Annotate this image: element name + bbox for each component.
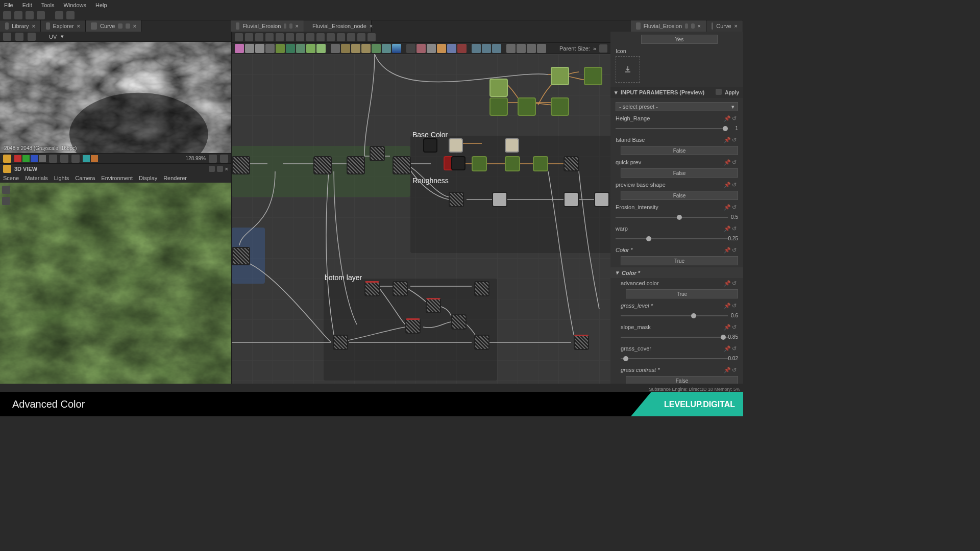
menu-help[interactable]: Help: [95, 2, 107, 8]
pin-icon[interactable]: 📌: [724, 324, 730, 330]
reset-icon[interactable]: ↺: [732, 367, 738, 373]
swatch-grid[interactable]: [39, 155, 46, 162]
atomic-misc2[interactable]: [517, 44, 526, 53]
param-yes[interactable]: Yes: [641, 35, 718, 44]
close-icon[interactable]: ×: [698, 23, 701, 29]
atomic-uniform[interactable]: [416, 44, 426, 53]
3d-menu-lights[interactable]: Lights: [54, 175, 69, 181]
tab-library[interactable]: Library ×: [0, 20, 41, 32]
graph-node[interactable]: [564, 192, 579, 207]
atomic-font[interactable]: [427, 44, 436, 53]
color-subsection[interactable]: ▾ Color *: [610, 267, 743, 278]
copy-icon[interactable]: [15, 33, 23, 41]
close-icon[interactable]: ×: [77, 23, 80, 29]
graph-node[interactable]: [393, 156, 411, 174]
lock-icon[interactable]: [220, 155, 228, 163]
graph-node[interactable]: [232, 156, 250, 174]
atomic-gradient[interactable]: [286, 44, 295, 53]
undo-icon[interactable]: [55, 11, 63, 19]
reset-icon[interactable]: ↺: [732, 159, 738, 165]
graph-node[interactable]: [426, 298, 441, 313]
param-grass-contrast-toggle[interactable]: False: [626, 376, 738, 384]
param-grass-cover-slider[interactable]: 0.02: [621, 355, 738, 363]
popout-icon[interactable]: [217, 166, 223, 172]
atomic-shape[interactable]: [382, 44, 391, 53]
graph-node[interactable]: [492, 192, 507, 207]
search-icon[interactable]: [276, 33, 284, 41]
swatch-orange[interactable]: [91, 155, 98, 162]
info-icon[interactable]: [265, 33, 274, 41]
param-slope-mask-slider[interactable]: 0.85: [621, 333, 738, 341]
expand-icon[interactable]: »: [593, 45, 596, 52]
tab-graph-node[interactable]: Fluvial_Erosion_node ×: [304, 20, 372, 32]
graph-node[interactable]: [489, 79, 508, 97]
graph-node[interactable]: [449, 192, 464, 207]
close-icon[interactable]: ×: [370, 23, 373, 29]
properties-panel[interactable]: Yes Icon ▾ INPUT PARAMETERS (Preview) Ap…: [610, 32, 743, 384]
atomic-tile[interactable]: [341, 44, 350, 53]
graph-node[interactable]: [551, 67, 569, 85]
param-warp-slider[interactable]: 0.25: [616, 235, 738, 243]
close-icon[interactable]: ×: [734, 23, 738, 29]
atomic-svg[interactable]: [245, 44, 254, 53]
atomic-comment[interactable]: [492, 44, 501, 53]
param-island-base-toggle[interactable]: False: [621, 146, 738, 155]
tab-explorer[interactable]: Explorer ×: [41, 20, 86, 32]
param-advanced-color-toggle[interactable]: True: [626, 289, 738, 298]
pointer-icon[interactable]: [235, 33, 243, 41]
graph-node[interactable]: [451, 314, 467, 330]
link-icon[interactable]: [316, 33, 325, 41]
open-icon[interactable]: [14, 11, 22, 19]
3d-menu-display[interactable]: Display: [139, 175, 157, 181]
atomic-levels[interactable]: [296, 44, 305, 53]
graph-canvas[interactable]: Base Color Roughness botom layer: [232, 54, 610, 384]
pin-icon[interactable]: 📌: [724, 182, 730, 188]
atomic-curve[interactable]: [276, 44, 285, 53]
menu-edit[interactable]: Edit: [22, 2, 32, 8]
atomic-blend[interactable]: [306, 44, 315, 53]
3d-menu-scene[interactable]: Scene: [3, 175, 19, 181]
atomic-bitmap[interactable]: [235, 44, 244, 53]
graph-node[interactable]: [518, 97, 536, 116]
atomic-circle[interactable]: [372, 44, 381, 53]
2d-canvas[interactable]: 2048 x 2048 (Grayscale, 16bpc): [0, 42, 231, 153]
reset-icon[interactable]: ↺: [732, 345, 738, 352]
atomic-pattern[interactable]: [351, 44, 360, 53]
light-icon[interactable]: [2, 197, 10, 205]
pin-icon[interactable]: 📌: [724, 226, 730, 232]
close-icon[interactable]: ×: [225, 166, 228, 172]
atomic-scratch[interactable]: [361, 44, 371, 53]
frame-icon[interactable]: [306, 33, 314, 41]
graph-node[interactable]: [564, 156, 579, 171]
preset-select[interactable]: - select preset -▾: [616, 102, 738, 111]
redo-icon[interactable]: [66, 11, 75, 19]
3d-menu-environment[interactable]: Environment: [101, 175, 133, 181]
atomic-shuffle[interactable]: [265, 44, 275, 53]
pin-icon[interactable]: [118, 23, 122, 29]
pin-icon[interactable]: 📌: [724, 137, 730, 143]
reset-icon[interactable]: ↺: [732, 324, 738, 330]
reset-icon[interactable]: ↺: [732, 115, 738, 121]
menu-windows[interactable]: Windows: [63, 2, 86, 8]
histogram-icon[interactable]: [49, 155, 57, 163]
close-icon[interactable]: ×: [133, 23, 136, 29]
param-preview-base-shape-toggle[interactable]: False: [621, 191, 738, 200]
atomic-output[interactable]: [482, 44, 491, 53]
3d-menu-renderer[interactable]: Renderer: [163, 175, 187, 181]
3d-menu-camera[interactable]: Camera: [75, 175, 95, 181]
swatch-green[interactable]: [22, 155, 30, 162]
atomic-checker[interactable]: [406, 44, 415, 53]
popout-icon[interactable]: [289, 23, 292, 29]
tab-curve2[interactable]: Curve ×: [706, 20, 743, 32]
3d-menu-materials[interactable]: Materials: [25, 175, 48, 181]
camera-icon[interactable]: [2, 186, 10, 194]
grid-icon[interactable]: [296, 33, 304, 41]
menu-tools[interactable]: Tools: [41, 2, 55, 8]
atomic-text[interactable]: [255, 44, 264, 53]
align-icon[interactable]: [286, 33, 294, 41]
pin-icon[interactable]: 📌: [724, 280, 730, 286]
graph-node[interactable]: [584, 67, 602, 85]
camera-icon[interactable]: [255, 33, 263, 41]
save-all-icon[interactable]: [37, 11, 45, 19]
reset-icon[interactable]: [716, 89, 722, 95]
